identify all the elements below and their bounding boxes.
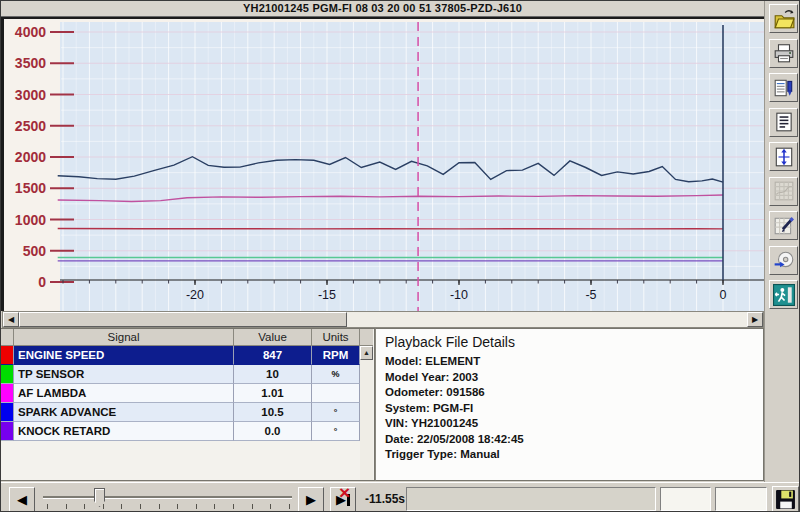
detail-date: Date: 22/05/2008 18:42:45 <box>385 432 763 448</box>
save-button[interactable] <box>772 486 799 512</box>
transport-bar: ◀ ▶ ▶ × -11.55s <box>1 482 800 512</box>
graph-view-button-disabled <box>769 177 798 206</box>
save-media-button[interactable] <box>769 246 798 275</box>
chart-panel: 40003500300025002000150010005000-20-15-1… <box>1 17 764 311</box>
svg-text:0: 0 <box>720 288 727 302</box>
slider-groove <box>43 496 292 499</box>
chart-horizontal-scrollbar[interactable]: ◀ ▶ <box>2 311 764 328</box>
record-list-icon <box>773 77 795 99</box>
open-file-button[interactable] <box>769 4 798 33</box>
detail-odometer: Odometer: 091586 <box>385 385 763 401</box>
svg-text:-15: -15 <box>318 288 336 302</box>
status-panel-3 <box>715 487 767 511</box>
print-button[interactable] <box>769 39 798 68</box>
hds-playback-window: YH21001245 PGM-FI 08 03 20 00 51 37805-P… <box>0 0 800 512</box>
scroll-right-button[interactable]: ▶ <box>747 312 763 327</box>
exit-button[interactable] <box>769 280 798 309</box>
signal-table: Signal Value Units ENGINE SPEED 847 RPM … <box>1 328 375 481</box>
svg-text:-20: -20 <box>186 288 204 302</box>
play-forward-button[interactable]: ▶ <box>298 487 324 512</box>
open-folder-icon <box>773 8 795 30</box>
skip-icon: ▶ × <box>336 492 350 507</box>
edit-graph-icon <box>773 215 795 237</box>
cursor-time-label: -11.55s <box>365 492 405 506</box>
scroll-left-icon: ◀ <box>8 315 14 324</box>
status-panel-2 <box>660 487 711 511</box>
printer-icon <box>773 42 795 64</box>
skip-to-trigger-button[interactable]: ▶ × <box>330 487 356 512</box>
svg-text:1500: 1500 <box>15 180 46 196</box>
signal-color-chip <box>1 346 14 365</box>
data-list-button[interactable] <box>769 108 798 137</box>
table-row-spark-advance[interactable]: SPARK ADVANCE 10.5 ° <box>1 403 374 422</box>
exit-running-man-icon <box>773 284 795 306</box>
signal-column-header: Signal <box>14 329 234 346</box>
details-title: Playback File Details <box>385 334 763 350</box>
table-row-knock-retard[interactable]: KNOCK RETARD 0.0 ° <box>1 422 374 441</box>
edit-graph-button[interactable] <box>769 211 798 240</box>
status-panel-main <box>406 487 656 511</box>
right-toolbar <box>764 1 800 483</box>
scroll-column-header <box>360 329 373 346</box>
svg-text:4000: 4000 <box>15 24 46 40</box>
svg-text:-10: -10 <box>450 288 468 302</box>
signal-color-chip <box>1 365 14 384</box>
detail-vin: VIN: YH21001245 <box>385 416 763 432</box>
back-icon: ◀ <box>17 492 27 507</box>
step-back-button[interactable]: ◀ <box>9 487 35 512</box>
graph-grid-disabled-icon <box>773 180 795 202</box>
expand-vertical-icon <box>773 146 795 168</box>
detail-model: Model: ELEMENT <box>385 354 763 370</box>
svg-text:-5: -5 <box>585 288 596 302</box>
table-scroll-up-button[interactable]: ▲ <box>360 346 373 360</box>
scroll-left-button[interactable]: ◀ <box>3 312 19 327</box>
svg-text:0: 0 <box>38 274 46 290</box>
units-column-header: Units <box>312 329 360 346</box>
chart-plot[interactable]: 40003500300025002000150010005000-20-15-1… <box>4 19 764 311</box>
window-title: YH21001245 PGM-FI 08 03 20 00 51 37805-P… <box>1 1 764 17</box>
table-vertical-scrollbar[interactable]: ▲ <box>360 346 373 480</box>
svg-text:2000: 2000 <box>15 149 46 165</box>
floppy-disk-icon <box>775 489 796 510</box>
scroll-up-icon: ▲ <box>363 349 370 356</box>
svg-text:1000: 1000 <box>15 212 46 228</box>
table-row-tp-sensor[interactable]: TP SENSOR 10 % <box>1 365 374 384</box>
signal-color-chip <box>1 403 14 422</box>
chip-column-header <box>1 329 14 346</box>
svg-text:500: 500 <box>23 243 47 259</box>
playback-file-details-panel: Playback File Details Model: ELEMENT Mod… <box>375 328 764 481</box>
signal-color-chip <box>1 422 14 441</box>
signal-color-chip <box>1 384 14 403</box>
detail-system: System: PGM-FI <box>385 401 763 417</box>
svg-text:3500: 3500 <box>15 55 46 71</box>
detail-trigger-type: Trigger Type: Manual <box>385 447 763 463</box>
disk-arrow-icon <box>773 249 795 271</box>
skip-x-mark: × <box>339 483 350 502</box>
table-row-af-lambda[interactable]: AF LAMBDA 1.01 <box>1 384 374 403</box>
scroll-right-icon: ▶ <box>752 315 758 324</box>
svg-text:2500: 2500 <box>15 118 46 134</box>
table-row-engine-speed[interactable]: ENGINE SPEED 847 RPM <box>1 346 374 365</box>
value-column-header: Value <box>234 329 312 346</box>
expand-scale-button[interactable] <box>769 142 798 171</box>
scrollbar-thumb[interactable] <box>19 312 347 327</box>
playback-slider[interactable] <box>41 487 294 512</box>
slider-ticks <box>47 504 290 509</box>
data-list-icon <box>773 111 795 133</box>
table-header: Signal Value Units <box>1 329 374 346</box>
svg-text:3000: 3000 <box>15 87 46 103</box>
detail-model-year: Model Year: 2003 <box>385 370 763 386</box>
play-icon: ▶ <box>306 492 316 507</box>
record-list-button[interactable] <box>769 73 798 102</box>
